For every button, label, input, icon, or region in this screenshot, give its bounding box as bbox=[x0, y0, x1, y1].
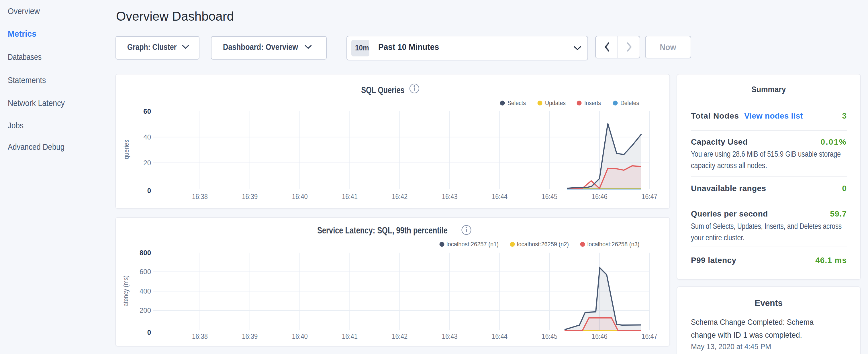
svg-text:16:38: 16:38 bbox=[192, 332, 208, 341]
svg-text:16:44: 16:44 bbox=[492, 332, 507, 341]
svg-text:0: 0 bbox=[147, 328, 151, 336]
svg-text:16:43: 16:43 bbox=[442, 332, 458, 341]
svg-text:16:45: 16:45 bbox=[541, 332, 557, 341]
svg-text:16:42: 16:42 bbox=[392, 332, 407, 341]
svg-text:localhost:26259 (n2): localhost:26259 (n2) bbox=[517, 241, 569, 248]
svg-text:16:41: 16:41 bbox=[342, 332, 358, 341]
svg-text:localhost:26258 (n3): localhost:26258 (n3) bbox=[587, 241, 640, 248]
svg-text:16:45: 16:45 bbox=[541, 192, 557, 201]
svg-text:SQL Queries: SQL Queries bbox=[361, 85, 405, 95]
svg-text:40: 40 bbox=[143, 133, 151, 141]
svg-text:Inserts: Inserts bbox=[584, 100, 601, 106]
svg-text:16:40: 16:40 bbox=[292, 192, 308, 201]
svg-text:Deletes: Deletes bbox=[620, 100, 639, 106]
svg-text:queries: queries bbox=[122, 140, 130, 159]
svg-text:600: 600 bbox=[140, 268, 151, 276]
svg-text:16:41: 16:41 bbox=[342, 192, 358, 201]
svg-text:16:40: 16:40 bbox=[292, 332, 308, 341]
svg-text:200: 200 bbox=[140, 307, 151, 314]
svg-text:Selects: Selects bbox=[507, 100, 526, 106]
svg-text:20: 20 bbox=[143, 159, 151, 167]
svg-text:16:47: 16:47 bbox=[642, 192, 657, 201]
svg-text:16:39: 16:39 bbox=[242, 332, 258, 341]
svg-text:latency (ms): latency (ms) bbox=[122, 276, 129, 308]
svg-text:0: 0 bbox=[147, 187, 151, 194]
svg-text:Service Latency: SQL, 99th per: Service Latency: SQL, 99th percentile bbox=[317, 225, 447, 235]
svg-text:16:47: 16:47 bbox=[642, 332, 657, 341]
svg-text:16:46: 16:46 bbox=[592, 192, 608, 201]
svg-text:800: 800 bbox=[140, 249, 151, 257]
svg-text:400: 400 bbox=[140, 287, 151, 295]
svg-text:localhost:26257 (n1): localhost:26257 (n1) bbox=[446, 241, 499, 248]
svg-text:16:42: 16:42 bbox=[392, 192, 407, 201]
svg-text:60: 60 bbox=[143, 107, 151, 115]
svg-text:16:44: 16:44 bbox=[492, 192, 507, 201]
svg-text:16:39: 16:39 bbox=[242, 192, 258, 201]
svg-text:16:43: 16:43 bbox=[442, 192, 458, 201]
svg-text:16:38: 16:38 bbox=[192, 192, 208, 201]
svg-text:Updates: Updates bbox=[545, 100, 566, 106]
svg-text:16:46: 16:46 bbox=[592, 332, 608, 341]
